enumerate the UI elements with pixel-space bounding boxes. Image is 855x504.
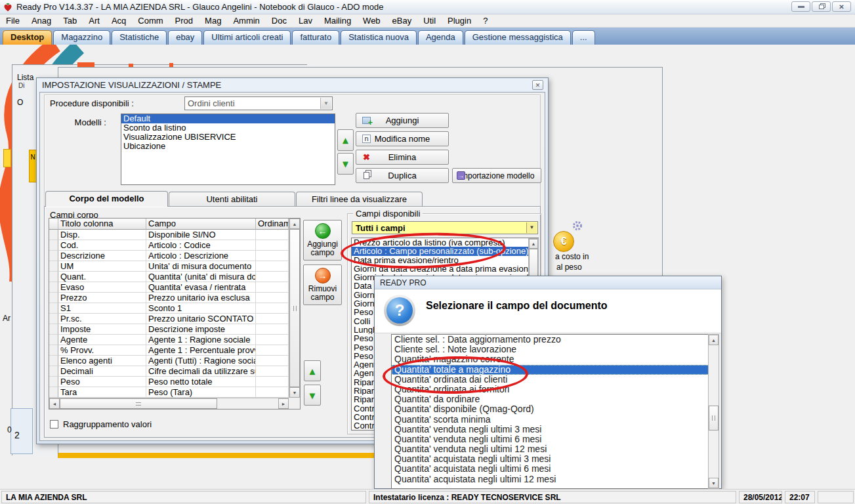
menu-item[interactable]: Art (83, 14, 106, 27)
table-row[interactable]: Agente Agente 1 : Ragione sociale (49, 335, 289, 345)
table-row[interactable]: Decimali Cifre decimali da utilizzare su… (49, 366, 289, 377)
tab-filtri-linee[interactable]: Filtri linee da visualizzare (296, 192, 423, 207)
column-header-ordinamento[interactable]: Ordinamen (256, 219, 289, 230)
table-row[interactable]: Tara Peso (Tara) (49, 387, 289, 398)
row-selector[interactable] (49, 345, 58, 356)
aggiungi-button[interactable]: Aggiungi (356, 113, 449, 128)
aggiungi-campo-button[interactable]: ← Aggiungi campo (303, 220, 342, 261)
table-row[interactable]: Prezzo Prezzo unitario iva esclusa (49, 293, 289, 303)
row-selector[interactable] (49, 335, 58, 345)
menu-item[interactable]: Web (357, 14, 386, 27)
table-row[interactable]: Imposte Descrizione imposte (49, 324, 289, 335)
campo-documento-item[interactable]: Quantita' ordinata dai clienti (392, 375, 719, 385)
campo-documento-item[interactable]: Quantita' venduta negli ultimi 12 mesi (392, 444, 719, 454)
duplica-button[interactable]: Duplica (356, 168, 449, 183)
menu-item[interactable]: Acq (106, 14, 132, 27)
scrollbar-thumb[interactable] (709, 406, 719, 430)
campo-documento-item[interactable]: Quantita' totale a magazzino (392, 365, 719, 375)
table-row[interactable]: Disp. Disponibile SI/NO (49, 230, 289, 240)
table-row[interactable]: UM Unita' di misura documento (49, 261, 289, 272)
campo-documento-item[interactable]: Quantita' scorta minima (392, 415, 719, 425)
campo-documento-item[interactable]: Quantita' acquistata negli ultimi 3 mesi (392, 454, 719, 464)
campo-documento-item[interactable]: Cliente sel. : Note lavorazione (392, 345, 719, 354)
menu-item[interactable]: Lav (293, 14, 318, 27)
move-down-button[interactable] (337, 153, 354, 175)
campi-filter-combobox[interactable]: Tutti i campi (352, 221, 538, 234)
modelli-item[interactable]: Ubicazione (121, 142, 335, 151)
row-selector[interactable] (49, 366, 58, 377)
column-header-campo[interactable]: Campo (146, 219, 256, 230)
app-tab[interactable]: fatturato (292, 30, 339, 45)
table-row[interactable]: Cod. Articolo : Codice (49, 240, 289, 251)
campo-documento-item[interactable]: Quantita' disponibile (Qmag-Qord) (392, 404, 719, 414)
scrollbar-thumb[interactable] (529, 249, 538, 276)
campo-documento-item[interactable]: Quantita' da ordinare (392, 394, 719, 404)
table-vertical-scrollbar[interactable] (289, 219, 300, 398)
raggruppamento-checkbox[interactable] (50, 420, 58, 429)
chevron-down-icon[interactable] (320, 98, 331, 109)
row-selector[interactable] (49, 282, 58, 293)
campo-documento-listbox[interactable]: Cliente sel. : Data aggiornamento prezzo… (391, 334, 719, 489)
scroll-up-icon[interactable] (709, 335, 719, 345)
importazione-modello-button[interactable]: Importazione modello (452, 168, 541, 183)
menu-item[interactable]: Util (417, 14, 442, 27)
app-tab[interactable]: Ultimi articoli creati (203, 30, 291, 45)
restore-button[interactable] (812, 1, 831, 12)
tab-utenti-abilitati[interactable]: Utenti abilitati (169, 192, 295, 207)
table-row[interactable]: Peso Peso netto totale (49, 377, 289, 387)
campo-item[interactable]: Data prima evasione/rientro (352, 256, 538, 264)
table-row[interactable]: Elenco agenti Agenti (Tutti) : Ragione s… (49, 356, 289, 366)
procedure-combobox[interactable]: Ordini clienti (184, 96, 333, 110)
modelli-item[interactable]: Sconto da listino (121, 123, 335, 133)
row-selector[interactable] (49, 272, 58, 282)
campo-documento-item[interactable]: Quantita' venduta negli ultimi 3 mesi (392, 425, 719, 434)
row-selector[interactable] (49, 240, 58, 251)
app-tab[interactable]: Desktop (3, 30, 52, 45)
campo-item[interactable]: Articolo : Campo personalizzato (sub-opz… (352, 247, 538, 255)
app-tab[interactable]: Gestione messaggistica (465, 30, 571, 45)
menu-item[interactable]: File (0, 14, 26, 27)
table-row[interactable]: % Provv. Agente 1 : Percentuale provvigi… (49, 345, 289, 356)
campo-documento-item[interactable]: Quantita' magazzino corrente (392, 354, 719, 364)
minimize-button[interactable] (791, 1, 810, 12)
menu-item[interactable]: eBay (386, 14, 418, 27)
menu-item[interactable]: Tab (57, 14, 83, 27)
menu-item[interactable]: Plugin (442, 14, 477, 27)
list-vertical-scrollbar[interactable] (708, 334, 719, 489)
scrollbar-thumb[interactable] (289, 229, 300, 387)
move-field-down-button[interactable] (304, 385, 321, 406)
close-button[interactable] (832, 1, 851, 12)
table-row[interactable]: Descrizione Articolo : Descrizione (49, 251, 289, 261)
modifica-nome-button[interactable]: Modifica nome (356, 131, 449, 146)
scroll-left-icon[interactable] (49, 398, 60, 409)
row-selector[interactable] (49, 387, 58, 398)
campo-documento-item[interactable]: Quantita' acquistata negli ultimi 6 mesi (392, 464, 719, 474)
scroll-up-icon[interactable] (529, 239, 538, 249)
menu-item[interactable]: Comm (132, 14, 169, 27)
app-tab[interactable]: ... (572, 30, 595, 45)
menu-item[interactable]: Prod (169, 14, 199, 27)
modelli-listbox[interactable]: DefaultSconto da listinoVisualizzazione … (121, 114, 335, 185)
menu-item[interactable]: Doc (266, 14, 293, 27)
row-selector[interactable] (49, 261, 58, 272)
move-up-button[interactable] (337, 129, 354, 151)
scrollbar-thumb[interactable] (60, 398, 217, 409)
app-tab[interactable]: Magazzino (53, 30, 110, 45)
app-tab[interactable]: Statistiche (112, 30, 167, 45)
menu-item[interactable]: Anag (26, 14, 57, 27)
campo-documento-item[interactable]: Quantita' acquistata negli ultimi 12 mes… (392, 474, 719, 484)
rimuovi-campo-button[interactable]: → Rimuovi campo (303, 264, 342, 305)
campo-documento-item[interactable]: Cliente sel. : Data aggiornamento prezzo (392, 335, 719, 345)
chevron-down-icon[interactable] (526, 222, 537, 233)
campo-item[interactable]: Prezzo articolo da listino (iva compresa… (352, 238, 538, 247)
modelli-item[interactable]: Visualizzazione UBISERVICE (121, 133, 335, 142)
column-header-titolo[interactable]: Titolo colonna (58, 219, 146, 230)
row-selector[interactable] (49, 314, 58, 324)
app-tab[interactable]: Statistica nuova (341, 30, 417, 45)
dialog-close-button[interactable] (532, 80, 543, 90)
table-row[interactable]: S1 Sconto 1 (49, 303, 289, 314)
menu-item[interactable]: Ammin (227, 14, 265, 27)
row-selector[interactable] (49, 377, 58, 387)
scroll-down-icon[interactable] (289, 387, 300, 398)
scroll-down-icon[interactable] (709, 478, 719, 488)
